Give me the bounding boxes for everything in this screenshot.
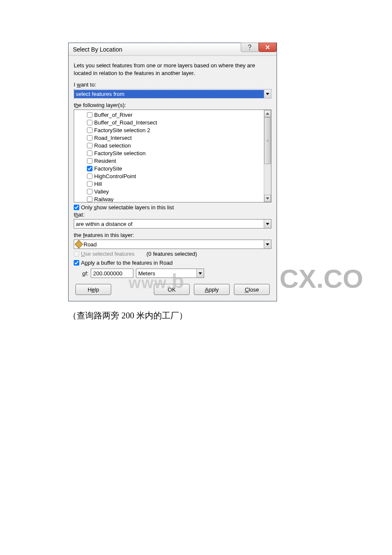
apply-button[interactable]: Apply xyxy=(194,284,230,295)
that-dropdown[interactable]: are within a distance of xyxy=(74,219,271,228)
layer-checkbox[interactable] xyxy=(87,120,92,125)
apply-buffer-label: Apply a buffer to the features in Road xyxy=(81,260,173,266)
layer-label: FactorySite selection 2 xyxy=(94,127,150,133)
layer-checkbox[interactable] xyxy=(87,189,92,194)
help-button[interactable]: Help xyxy=(75,284,111,295)
layer-item[interactable]: Buffer_of_Road_Intersect xyxy=(87,119,264,126)
feature-layer-name: Road xyxy=(84,241,97,248)
layer-item[interactable]: Road_Intersect xyxy=(87,134,264,142)
layer-checkbox[interactable] xyxy=(87,158,92,164)
feature-layer-dropdown[interactable]: Road xyxy=(74,240,271,249)
that-value: are within a distance of xyxy=(74,220,264,228)
dropdown-arrow-icon xyxy=(264,90,271,98)
layer-checkbox[interactable] xyxy=(87,112,92,118)
layer-item[interactable]: Buffer_of_River xyxy=(87,111,264,119)
layer-checkbox[interactable] xyxy=(87,197,92,202)
i-want-to-value: select features from xyxy=(74,90,264,98)
ok-button[interactable]: OK xyxy=(154,284,190,295)
only-show-selectable-label: Only show selectable layers in this list xyxy=(81,204,174,211)
layer-items: Buffer_of_River Buffer_of_Road_Intersect… xyxy=(74,110,264,202)
layer-label: Buffer_of_Road_Intersect xyxy=(94,119,157,126)
layer-item[interactable]: Valley xyxy=(87,188,264,195)
i-want-to-dropdown[interactable]: select features from xyxy=(74,89,271,98)
layer-label: Road_Intersect xyxy=(94,135,132,141)
close-button[interactable] xyxy=(259,43,277,52)
titlebar-buttons xyxy=(241,43,277,55)
layer-label: Resident xyxy=(94,158,116,164)
buffer-unit-value: Meters xyxy=(136,270,196,277)
titlebar: Select By Location xyxy=(69,43,277,56)
apply-buffer-checkbox[interactable] xyxy=(74,260,79,266)
layer-label: FactorySite xyxy=(94,165,122,172)
layer-list: Buffer_of_River Buffer_of_Road_Intersect… xyxy=(74,110,271,202)
dropdown-arrow-icon xyxy=(196,269,204,278)
use-selected-features-label: Use selected features xyxy=(81,251,135,257)
scroll-thumb[interactable] xyxy=(264,117,271,164)
help-icon-button[interactable] xyxy=(241,43,259,52)
select-by-location-dialog: Select By Location Lets you select featu… xyxy=(68,43,277,301)
dropdown-arrow-icon xyxy=(264,240,271,249)
scroll-down-icon[interactable] xyxy=(264,195,271,202)
layer-checkbox[interactable] xyxy=(87,150,92,156)
that-label: that: xyxy=(74,211,271,218)
layer-label: Road selection xyxy=(94,142,131,149)
dialog-title: Select By Location xyxy=(73,46,122,53)
layer-item[interactable]: FactorySite selection xyxy=(87,149,264,157)
layer-checkbox[interactable] xyxy=(87,135,92,141)
buffer-input-row: of: Meters xyxy=(82,269,271,278)
use-selected-features-checkbox xyxy=(74,251,79,257)
only-show-selectable-checkbox[interactable] xyxy=(74,205,79,210)
layer-item[interactable]: FactorySite xyxy=(87,165,264,172)
layer-checkbox[interactable] xyxy=(87,143,92,148)
apply-buffer-row: Apply a buffer to the features in Road xyxy=(74,260,271,266)
feature-layer-value: Road xyxy=(74,241,264,248)
use-selected-features-row: Use selected features (0 features select… xyxy=(74,251,271,257)
layer-item[interactable]: HighControlPoint xyxy=(87,172,264,180)
scrollbar[interactable] xyxy=(264,110,271,202)
only-show-selectable-row: Only show selectable layers in this list xyxy=(74,204,271,211)
scroll-up-icon[interactable] xyxy=(264,110,271,117)
layer-item[interactable]: Road selection xyxy=(87,142,264,149)
description-text: Lets you select features from one or mor… xyxy=(74,62,271,77)
watermark-text: CX.CO xyxy=(280,263,363,294)
dialog-content: Lets you select features from one or mor… xyxy=(69,56,277,301)
layer-label: HighControlPoint xyxy=(94,173,136,179)
buffer-unit-dropdown[interactable]: Meters xyxy=(136,269,204,278)
layer-checkbox[interactable] xyxy=(87,173,92,179)
question-icon xyxy=(247,44,252,50)
of-label: of: xyxy=(82,270,88,277)
close-dialog-button[interactable]: Close xyxy=(234,284,270,295)
layer-item[interactable]: Hill xyxy=(87,180,264,188)
button-row: Help OK Apply Close xyxy=(74,284,271,295)
layer-label: Hill xyxy=(94,181,102,187)
layer-checkbox[interactable] xyxy=(87,181,92,187)
buffer-value-input[interactable] xyxy=(91,269,133,278)
layer-label: FactorySite selection xyxy=(94,150,146,156)
dropdown-arrow-icon xyxy=(264,220,271,228)
layer-checkbox[interactable] xyxy=(87,127,92,133)
layer-item[interactable]: FactorySite selection 2 xyxy=(87,126,264,134)
following-layers-label: the following layer(s): xyxy=(74,102,271,108)
scroll-track[interactable] xyxy=(264,117,271,195)
layer-item[interactable]: Railway xyxy=(87,195,264,202)
features-in-layer-label: the features in this layer: xyxy=(74,232,271,238)
i-want-to-label: I want to: xyxy=(74,81,271,88)
layer-label: Valley xyxy=(94,188,109,195)
features-selected-count: (0 features selected) xyxy=(147,251,197,257)
caption-text: （查询路两旁 200 米内的工厂） xyxy=(68,310,324,321)
layer-label: Railway xyxy=(94,196,114,202)
layer-checkbox[interactable] xyxy=(87,166,92,171)
layer-item[interactable]: Resident xyxy=(87,157,264,165)
layer-label: Buffer_of_River xyxy=(94,112,133,118)
close-icon xyxy=(265,45,270,50)
layer-diamond-icon xyxy=(75,240,83,249)
